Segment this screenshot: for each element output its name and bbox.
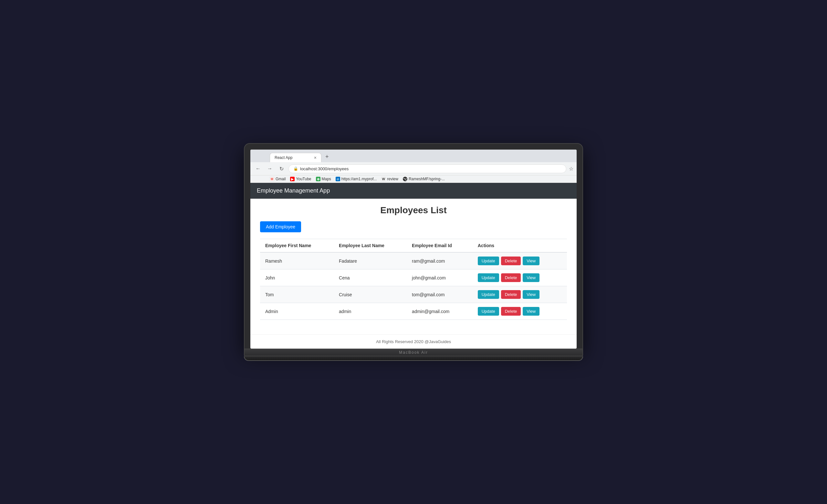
- table-row: Tom Cruise tom@gmail.com Update Delete V…: [260, 286, 567, 303]
- screen-bezel: React App × + ← → ↻ 🔒 localhost:3000/emp…: [244, 143, 583, 349]
- browser-tab-active[interactable]: React App ×: [270, 153, 322, 162]
- view-button[interactable]: View: [523, 256, 539, 265]
- col-last-name: Employee Last Name: [334, 239, 407, 253]
- laptop-frame: React App × + ← → ↻ 🔒 localhost:3000/emp…: [244, 143, 583, 361]
- cell-actions: Update Delete View: [473, 286, 567, 303]
- cell-first-name: Admin: [260, 303, 334, 320]
- table-row: Admin admin admin@gmail.com Update Delet…: [260, 303, 567, 320]
- laptop-bottom: [244, 356, 583, 361]
- bookmark-maps[interactable]: ⊕ Maps: [316, 177, 331, 181]
- cell-first-name: Ramesh: [260, 252, 334, 269]
- cell-actions: Update Delete View: [473, 303, 567, 320]
- cell-email: admin@gmail.com: [407, 303, 473, 320]
- bookmark-youtube[interactable]: ▶ YouTube: [290, 177, 311, 181]
- action-buttons: Update Delete View: [478, 256, 562, 265]
- update-button[interactable]: Update: [478, 273, 499, 282]
- delete-button[interactable]: Delete: [501, 256, 521, 265]
- cell-email: john@gmail.com: [407, 269, 473, 286]
- refresh-button[interactable]: ↻: [277, 164, 286, 173]
- bookmark-gmail-label: Gmail: [276, 177, 286, 181]
- cell-actions: Update Delete View: [473, 269, 567, 286]
- col-actions: Actions: [473, 239, 567, 253]
- cell-actions: Update Delete View: [473, 252, 567, 269]
- laptop-base: MacBook Air: [244, 349, 583, 356]
- cell-last-name: Cena: [334, 269, 407, 286]
- cell-email: tom@gmail.com: [407, 286, 473, 303]
- table-row: John Cena john@gmail.com Update Delete V…: [260, 269, 567, 286]
- cell-email: ram@gmail.com: [407, 252, 473, 269]
- footer-text: All Rights Reserved 2020 @JavaGuides: [376, 339, 451, 344]
- action-buttons: Update Delete View: [478, 290, 562, 299]
- bookmark-star-icon[interactable]: ☆: [569, 166, 573, 172]
- app-header: Employee Management App: [250, 183, 577, 199]
- app-header-title: Employee Management App: [257, 187, 330, 194]
- cell-first-name: Tom: [260, 286, 334, 303]
- bookmark-maps-label: Maps: [322, 177, 331, 181]
- lock-icon: 🔒: [293, 166, 298, 171]
- wiki-icon: W: [381, 177, 386, 181]
- table-body: Ramesh Fadatare ram@gmail.com Update Del…: [260, 252, 567, 320]
- app-content: Employees List Add Employee Employee Fir…: [250, 199, 577, 335]
- youtube-icon: ▶: [290, 177, 295, 181]
- delete-button[interactable]: Delete: [501, 290, 521, 299]
- table-row: Ramesh Fadatare ram@gmail.com Update Del…: [260, 252, 567, 269]
- bookmark-myprof[interactable]: @ https://am1.myprof...: [336, 177, 377, 181]
- bookmark-youtube-label: YouTube: [296, 177, 311, 181]
- bookmark-gmail[interactable]: M Gmail: [270, 177, 286, 181]
- back-button[interactable]: ←: [254, 164, 263, 173]
- bookmarks-bar: M Gmail ▶ YouTube ⊕ Maps @ https://am1.m…: [250, 175, 577, 183]
- col-email: Employee Email Id: [407, 239, 473, 253]
- maps-icon: ⊕: [316, 177, 321, 181]
- cell-last-name: admin: [334, 303, 407, 320]
- table-header: Employee First Name Employee Last Name E…: [260, 239, 567, 253]
- url-text: localhost:3000/employees: [300, 166, 349, 171]
- bookmark-review-label: review: [387, 177, 398, 181]
- action-buttons: Update Delete View: [478, 273, 562, 282]
- bookmark-github[interactable]: ⌥ RameshMF/spring-...: [403, 177, 445, 181]
- browser-toolbar: ← → ↻ 🔒 localhost:3000/employees ☆: [250, 162, 577, 175]
- cell-last-name: Fadatare: [334, 252, 407, 269]
- page-title: Employees List: [260, 205, 567, 215]
- bookmark-myprof-label: https://am1.myprof...: [341, 177, 377, 181]
- employee-table: Employee First Name Employee Last Name E…: [260, 239, 567, 320]
- update-button[interactable]: Update: [478, 307, 499, 316]
- cell-first-name: John: [260, 269, 334, 286]
- cell-last-name: Cruise: [334, 286, 407, 303]
- bookmark-github-label: RameshMF/spring-...: [409, 177, 445, 181]
- bookmark-review[interactable]: W review: [381, 177, 398, 181]
- col-first-name: Employee First Name: [260, 239, 334, 253]
- view-button[interactable]: View: [523, 273, 539, 282]
- tab-label: React App: [275, 155, 292, 160]
- view-button[interactable]: View: [523, 290, 539, 299]
- browser-tab-bar: React App × +: [250, 150, 577, 162]
- email-icon: @: [336, 177, 340, 181]
- update-button[interactable]: Update: [478, 290, 499, 299]
- view-button[interactable]: View: [523, 307, 539, 316]
- action-buttons: Update Delete View: [478, 307, 562, 316]
- address-bar[interactable]: 🔒 localhost:3000/employees: [289, 164, 566, 173]
- add-employee-button[interactable]: Add Employee: [260, 221, 301, 232]
- app-footer: All Rights Reserved 2020 @JavaGuides: [250, 335, 577, 349]
- tab-close-button[interactable]: ×: [314, 155, 317, 160]
- new-tab-button[interactable]: +: [322, 152, 332, 162]
- laptop-logo-text: MacBook Air: [399, 350, 428, 355]
- delete-button[interactable]: Delete: [501, 307, 521, 316]
- gmail-icon: M: [270, 177, 274, 181]
- delete-button[interactable]: Delete: [501, 273, 521, 282]
- update-button[interactable]: Update: [478, 256, 499, 265]
- laptop-screen: React App × + ← → ↻ 🔒 localhost:3000/emp…: [250, 150, 577, 349]
- github-icon: ⌥: [403, 177, 407, 181]
- forward-button[interactable]: →: [265, 164, 274, 173]
